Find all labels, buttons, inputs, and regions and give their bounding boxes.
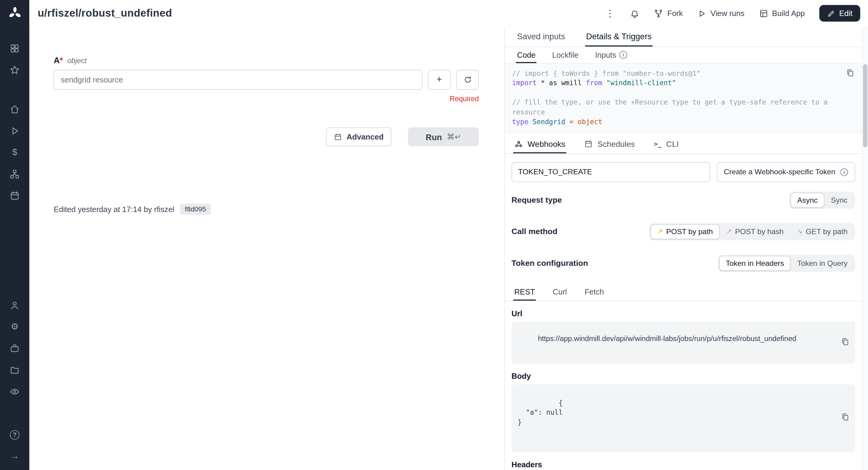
trigger-tabs: Webhooks Schedules >_ CLI — [505, 135, 862, 154]
edit-button[interactable]: Edit — [819, 5, 860, 22]
terminal-icon: >_ — [654, 140, 662, 148]
sidebar-item-schedules[interactable] — [0, 188, 29, 203]
panel-scrollbar[interactable] — [862, 27, 868, 470]
refresh-icon — [463, 75, 472, 84]
home-icon — [9, 104, 20, 115]
sidebar-item-favorites[interactable] — [0, 63, 29, 77]
request-type-row: Request type Async Sync — [512, 191, 855, 209]
code-block: // import { toWords } from "number-to-wo… — [505, 64, 862, 134]
star-icon — [9, 65, 20, 75]
help-icon: ? — [10, 430, 19, 439]
tab-curl[interactable]: Curl — [552, 283, 568, 301]
build-app-button[interactable]: Build App — [759, 8, 805, 18]
form-actions: Advanced Run ⌘↵ — [54, 127, 479, 146]
topbar-actions: ⋮ Fork View runs Build App — [604, 5, 861, 22]
tab-details-triggers[interactable]: Details & Triggers — [585, 27, 653, 46]
info-icon: i — [840, 168, 848, 176]
sidebar-item-help[interactable]: ? — [0, 428, 29, 442]
eye-icon — [9, 386, 20, 397]
token-row: Create a Webhook-specific Token i — [512, 162, 855, 182]
advanced-label: Advanced — [347, 132, 384, 141]
play-icon — [9, 125, 20, 136]
tab-fetch[interactable]: Fetch — [584, 283, 605, 301]
copy-body-button[interactable] — [816, 404, 850, 432]
sidebar-item-variables[interactable]: $ — [0, 145, 29, 159]
pencil-icon — [827, 9, 835, 17]
copy-icon — [841, 337, 849, 346]
dollar-icon: $ — [12, 148, 17, 156]
get-by-path-label: GET by path — [806, 227, 847, 236]
run-button[interactable]: Run ⌘↵ — [408, 127, 479, 146]
url-box: https://app.windmill.dev/api/w/windmill-… — [512, 321, 855, 364]
sidebar-item-folders[interactable] — [0, 363, 29, 377]
request-type-async[interactable]: Async — [791, 192, 824, 207]
refresh-button[interactable] — [456, 70, 479, 90]
kebab-icon: ⋮ — [605, 8, 615, 19]
body-label: Body — [512, 371, 855, 380]
tab-cli[interactable]: >_ CLI — [653, 135, 680, 153]
sidebar-item-runs[interactable] — [0, 124, 29, 138]
more-menu-button[interactable]: ⋮ — [604, 7, 616, 19]
edited-text: Edited yesterday at 17:14 by rfiszel — [54, 205, 174, 214]
code-line: import * as wmill from "windmill-client" — [512, 79, 837, 89]
advanced-button[interactable]: Advanced — [326, 127, 392, 146]
sidebar-item-apps[interactable] — [0, 41, 29, 56]
arrow-up-right-icon: ↗ — [726, 228, 732, 236]
main-column: u/rfiszel/robust_undefined ⋮ Fork View r… — [29, 0, 868, 470]
sidebar-item-users[interactable] — [0, 298, 29, 312]
token-input[interactable] — [512, 162, 710, 182]
add-resource-button[interactable]: + — [428, 70, 451, 90]
request-type-sync[interactable]: Sync — [824, 192, 854, 207]
app-window: $ ⚙ ? → u/rfiszel/robust_undefined — [0, 0, 868, 470]
version-hash-badge[interactable]: f8d095 — [180, 204, 211, 215]
token-in-headers[interactable]: Token in Headers — [719, 255, 791, 270]
tab-rest[interactable]: REST — [513, 283, 536, 301]
edited-info: Edited yesterday at 17:14 by rfiszel f8d… — [54, 204, 479, 215]
fork-label: Fork — [668, 9, 683, 18]
tab-saved-inputs[interactable]: Saved inputs — [516, 27, 566, 46]
call-method-get-by-path[interactable]: ↘ GET by path — [790, 224, 854, 239]
fork-button[interactable]: Fork — [654, 8, 683, 18]
topbar: u/rfiszel/robust_undefined ⋮ Fork View r… — [29, 0, 868, 27]
notifications-button[interactable] — [630, 8, 640, 18]
play-icon — [698, 8, 707, 18]
sidebar-collapse-toggle[interactable]: → — [0, 449, 29, 463]
code-line: type Sendgrid = object — [512, 118, 837, 127]
call-method-post-by-hash[interactable]: ↗ POST by hash — [719, 224, 790, 239]
scrollbar-thumb[interactable] — [863, 64, 868, 148]
copy-code-button[interactable] — [846, 69, 855, 79]
windmill-logo[interactable] — [0, 0, 29, 27]
sidebar-item-workers[interactable] — [0, 341, 29, 355]
sliders-icon — [334, 133, 342, 141]
info-icon: i — [619, 51, 627, 59]
plus-icon: + — [436, 74, 442, 86]
post-by-hash-label: POST by hash — [735, 227, 783, 236]
details-panel: Saved inputs Details & Triggers Code Loc… — [504, 27, 862, 470]
sidebar-item-home[interactable] — [0, 102, 29, 116]
arrow-right-icon: → — [10, 452, 19, 461]
sidebar-item-audit-logs[interactable] — [0, 384, 29, 399]
view-runs-button[interactable]: View runs — [698, 8, 744, 18]
calendar-icon — [584, 139, 593, 148]
call-method-post-by-path[interactable]: ↗ POST by path — [651, 224, 719, 239]
page-title: u/rfiszel/robust_undefined — [38, 7, 172, 19]
tab-schedules[interactable]: Schedules — [583, 135, 636, 153]
resource-input[interactable] — [54, 70, 423, 90]
post-by-path-label: POST by path — [666, 227, 713, 236]
subtab-inputs-label: Inputs — [595, 51, 616, 59]
token-in-query[interactable]: Token in Query — [791, 255, 854, 270]
subtab-lockfile[interactable]: Lockfile — [551, 47, 580, 63]
tab-webhooks[interactable]: Webhooks — [513, 135, 566, 153]
url-value: https://app.windmill.dev/api/w/windmill-… — [538, 334, 797, 343]
copy-url-button[interactable] — [816, 329, 850, 356]
run-shortcut: ⌘↵ — [447, 132, 461, 141]
sidebar-item-settings[interactable]: ⚙ — [0, 320, 29, 334]
headers-label: Headers — [512, 460, 855, 469]
sidebar-item-resources[interactable] — [0, 167, 29, 181]
call-method-row: Call method ↗ POST by path ↗ POST by has… — [512, 223, 855, 240]
code-line: // import { toWords } from "number-to-wo… — [512, 69, 837, 79]
content-row: A* object + Required Advanced — [29, 27, 868, 470]
subtab-code[interactable]: Code — [516, 47, 537, 63]
subtab-inputs[interactable]: Inputs i — [594, 47, 628, 63]
create-webhook-token-button[interactable]: Create a Webhook-specific Token i — [717, 162, 855, 182]
